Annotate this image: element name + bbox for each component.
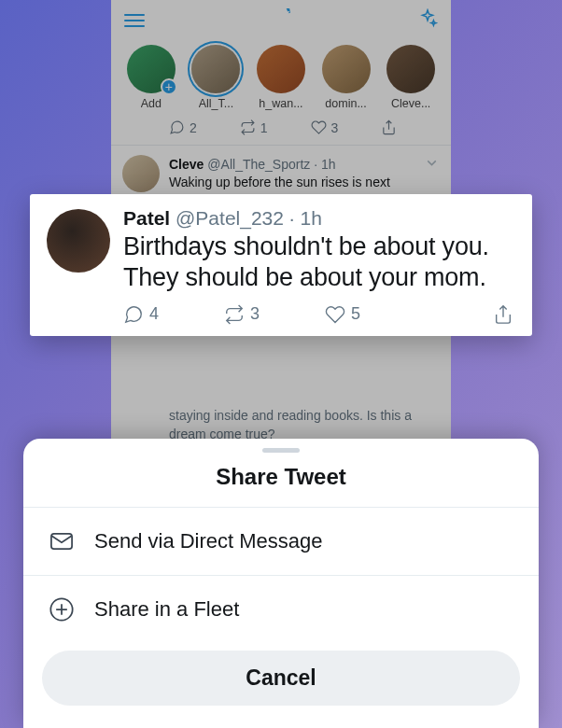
tweet-actions: 4 3 5: [123, 304, 513, 325]
envelope-icon: [48, 528, 76, 554]
share-icon[interactable]: [381, 119, 397, 135]
tweet-handle: @Patel_232 · 1h: [176, 207, 322, 229]
avatar[interactable]: [47, 209, 110, 273]
fleet-label: All_T...: [199, 97, 234, 110]
option-label: Send via Direct Message: [94, 529, 323, 553]
bg-tweet-actions: 2 1 3: [111, 112, 451, 146]
reply-count[interactable]: 2: [169, 119, 197, 135]
fleet-item[interactable]: domin...: [316, 45, 377, 110]
fleet-item[interactable]: h_wan...: [250, 45, 312, 110]
bg-tweet[interactable]: Cleve @All_The_Sportz · 1h Waking up bef…: [111, 146, 451, 202]
fleet-add[interactable]: + Add: [120, 45, 182, 110]
send-dm-option[interactable]: Send via Direct Message: [23, 508, 539, 575]
share-sheet: Share Tweet Send via Direct Message Shar…: [23, 439, 539, 728]
fleets-row: + Add All_T... h_wan... domin... Cleve..…: [111, 41, 451, 112]
fleet-label: Cleve...: [391, 97, 430, 110]
retweet-count[interactable]: 1: [240, 119, 268, 135]
hamburger-icon[interactable]: [124, 14, 145, 27]
option-label: Share in a Fleet: [94, 597, 239, 622]
svg-rect-0: [51, 534, 72, 549]
like-count[interactable]: 3: [311, 119, 339, 135]
reply-button[interactable]: 4: [123, 304, 159, 325]
plus-icon: +: [161, 78, 177, 95]
highlighted-tweet-card: Patel @Patel_232 · 1h Birthdays shouldn'…: [30, 194, 532, 336]
tweet-author-name: Cleve: [169, 157, 204, 172]
share-fleet-option[interactable]: Share in a Fleet: [23, 576, 539, 643]
avatar: [122, 155, 160, 192]
fleet-label: Add: [141, 97, 162, 110]
share-button[interactable]: [493, 304, 513, 325]
sparkle-icon[interactable]: [417, 8, 438, 33]
tweet-text: Birthdays shouldn't be about you. They s…: [123, 231, 513, 293]
fleet-label: h_wan...: [259, 97, 302, 110]
fleet-item[interactable]: All_T...: [186, 45, 247, 110]
sheet-grabber[interactable]: [262, 448, 300, 453]
plus-circle-icon: [48, 596, 76, 623]
fleet-label: domin...: [325, 97, 366, 110]
chevron-down-icon[interactable]: [424, 155, 440, 174]
tweet-text: Waking up before the sun rises is next: [169, 174, 440, 190]
like-button[interactable]: 5: [325, 304, 360, 325]
cancel-button[interactable]: Cancel: [42, 651, 520, 706]
retweet-button[interactable]: 3: [224, 304, 260, 325]
sheet-title: Share Tweet: [23, 464, 539, 507]
fleet-item[interactable]: Cleve...: [380, 45, 442, 110]
twitter-logo-icon: [271, 8, 291, 33]
tweet-handle: @All_The_Sportz · 1h: [207, 157, 335, 172]
tweet-meta: Patel @Patel_232 · 1h: [123, 207, 513, 230]
tweet-author-name[interactable]: Patel: [123, 207, 170, 229]
